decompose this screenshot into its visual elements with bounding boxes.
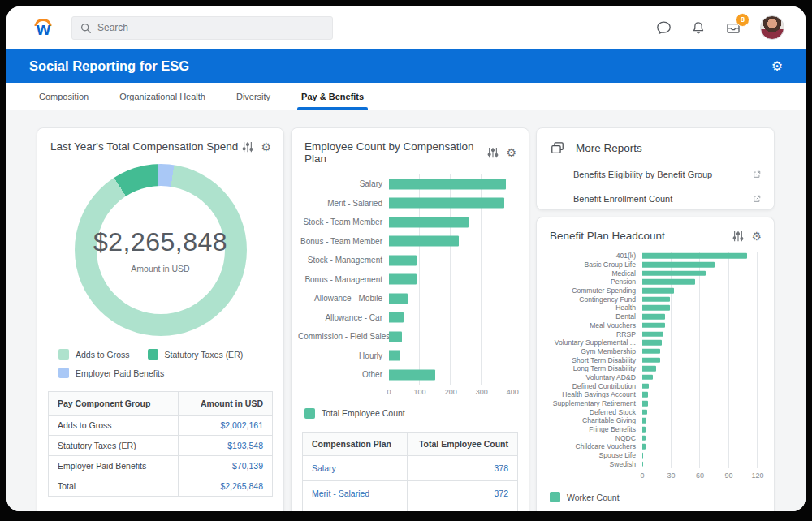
chart-bar[interactable] <box>642 427 646 433</box>
search-input[interactable]: Search <box>71 16 333 40</box>
chart-bar[interactable] <box>642 462 643 467</box>
chart-bar[interactable] <box>389 236 459 247</box>
more-reports-title: More Reports <box>576 142 642 154</box>
gear-icon[interactable]: ⚙ <box>751 230 762 242</box>
chart-track <box>642 460 762 469</box>
chart-bar[interactable] <box>642 444 646 450</box>
chart-bar[interactable] <box>389 217 469 227</box>
chart-category-label: Merit - Salaried <box>298 199 389 208</box>
gear-icon[interactable]: ⚙ <box>261 141 271 153</box>
tune-icon[interactable] <box>242 141 253 153</box>
table-cell-link[interactable]: 378 <box>407 455 517 480</box>
table-cell-link[interactable]: $193,548 <box>178 436 272 456</box>
comp-plan-table: Compensation PlanTotal Employee CountSal… <box>292 428 529 512</box>
chart-track <box>389 232 517 252</box>
tune-icon[interactable] <box>487 147 499 158</box>
chart-bar[interactable] <box>389 293 408 304</box>
chart-bar[interactable] <box>642 366 656 372</box>
page-title-bar: Social Reporting for ESG ⚙ <box>6 49 806 83</box>
chart-bar[interactable] <box>389 255 417 265</box>
chart-bar[interactable] <box>642 305 670 311</box>
chart-bar[interactable] <box>642 331 663 337</box>
chart-bar[interactable] <box>642 253 747 259</box>
chart-bar[interactable] <box>642 383 649 389</box>
table-cell-link[interactable]: Merit - Salaried <box>303 480 408 506</box>
chart-bar[interactable] <box>642 262 715 268</box>
chart-bar[interactable] <box>642 453 643 459</box>
chart-bar[interactable] <box>642 392 648 398</box>
chart-track <box>642 416 762 425</box>
chat-icon <box>655 19 672 37</box>
tab-diversity[interactable]: Diversity <box>236 83 270 110</box>
tune-icon[interactable] <box>732 230 744 242</box>
chart-category-label: Bonus - Management <box>298 275 389 284</box>
chart-bar[interactable] <box>389 179 506 189</box>
chart-row: Commission - Field Sales <box>298 327 517 347</box>
chart-bar[interactable] <box>642 375 653 381</box>
chart-bar[interactable] <box>642 418 646 424</box>
app-window: w Search 8 Social Reporting for ESG ⚙ Co… <box>6 6 806 511</box>
chart-bar[interactable] <box>642 323 665 329</box>
legend-label: Employer Paid Benefits <box>76 368 164 378</box>
chart-bar[interactable] <box>642 270 706 276</box>
chart-bar[interactable] <box>642 409 647 415</box>
chart-bar[interactable] <box>642 349 660 355</box>
chart-bar[interactable] <box>389 351 400 361</box>
chart-bar[interactable] <box>642 297 670 303</box>
chart-track <box>389 347 517 366</box>
tab-organizational-health[interactable]: Organizational Health <box>119 83 205 110</box>
chart-bar[interactable] <box>642 436 646 441</box>
profile-avatar[interactable] <box>760 15 784 40</box>
chart-bar[interactable] <box>642 340 662 346</box>
chart-bar[interactable] <box>642 314 665 320</box>
comp-spend-panel: Last Year's Total Compensation Spend ⚙ $… <box>37 127 284 511</box>
chart-row: Health <box>543 304 762 312</box>
legend-item: Adds to Gross <box>58 349 130 360</box>
chart-row: Spouse Life <box>543 451 762 460</box>
chart-bar[interactable] <box>642 288 674 294</box>
report-link-benefit-enrollment[interactable]: Benefit Enrollment Count <box>537 187 774 210</box>
chart-bar[interactable] <box>389 369 435 380</box>
chart-bar[interactable] <box>642 357 660 363</box>
tab-pay-and-benefits[interactable]: Pay & Benefits <box>301 83 364 110</box>
chat-button[interactable] <box>655 19 672 37</box>
chart-bar[interactable] <box>642 279 695 285</box>
x-axis-tick: 30 <box>667 471 676 480</box>
chart-category-label: Charitable Giving <box>543 416 642 424</box>
chart-bar[interactable] <box>389 198 504 209</box>
notifications-button[interactable] <box>690 19 706 37</box>
chart-bar[interactable] <box>389 312 404 323</box>
chart-bar[interactable] <box>642 401 648 407</box>
chart-track <box>642 321 762 330</box>
gear-icon[interactable]: ⚙ <box>506 147 516 158</box>
report-link-benefits-eligibility[interactable]: Benefits Eligibility by Benefit Group <box>537 162 774 187</box>
dashboard-content: Last Year's Total Compensation Spend ⚙ $… <box>6 110 806 511</box>
table-cell-link[interactable]: Salary <box>303 455 408 480</box>
table-header: Pay Component Group <box>49 392 179 416</box>
table-cell-link[interactable]: 372 <box>407 480 517 506</box>
table-cell-link[interactable]: $2,002,161 <box>178 416 272 436</box>
inbox-button[interactable]: 8 <box>724 19 742 37</box>
chart-bar[interactable] <box>389 331 402 342</box>
chart-row: Supplementary Retirement <box>543 399 762 408</box>
chart-row: 401(k) <box>543 252 762 260</box>
tab-composition[interactable]: Composition <box>39 83 89 110</box>
workday-logo[interactable]: w <box>31 17 55 38</box>
table-cell-link[interactable]: $2,265,848 <box>178 476 272 497</box>
chart-row: Fringe Benefits <box>543 425 762 434</box>
tab-bar: Composition Organizational Health Divers… <box>6 83 806 110</box>
table-cell-link[interactable]: $70,139 <box>178 456 272 476</box>
chart-row: RRSP <box>543 329 762 338</box>
chart-bar[interactable] <box>389 274 417 285</box>
legend-item: Employer Paid Benefits <box>58 368 164 378</box>
dashboard-settings-button[interactable]: ⚙ <box>771 58 783 74</box>
table-cell-link[interactable]: Stock - Team Member <box>303 506 408 511</box>
table-cell-link[interactable]: 257 <box>407 506 517 511</box>
table-row: Adds to Gross$2,002,161 <box>49 416 273 436</box>
table-header: Total Employee Count <box>407 432 517 455</box>
chart-row: Swedish <box>543 460 762 469</box>
chart-track <box>642 338 762 347</box>
donut-chart[interactable]: $2,265,848 Amount in USD <box>75 164 247 336</box>
chart-track <box>389 327 517 347</box>
x-axis-tick: 120 <box>752 471 764 480</box>
